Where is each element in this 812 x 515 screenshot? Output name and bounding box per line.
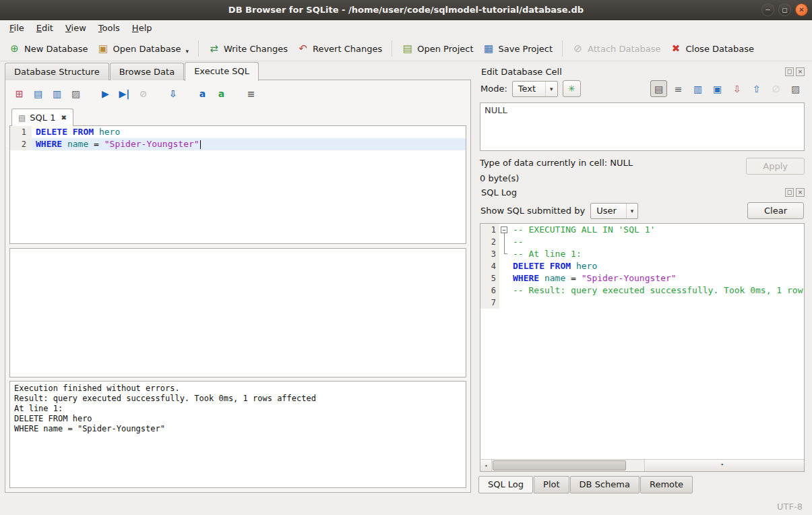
copy-cell-icon: ▣	[713, 84, 722, 94]
sql-log-dock-icons: ◻×	[785, 188, 805, 197]
sql-log-lines: 1−-- EXECUTING ALL IN 'SQL 1'2--3-- At l…	[480, 224, 804, 459]
code-line: 1DELETE FROM hero	[10, 126, 466, 138]
write-changes-button[interactable]: ⇄Write Changes	[204, 38, 292, 59]
new-tab-button[interactable]: ⊞	[11, 86, 28, 102]
dock-tab-sql-log[interactable]: SQL Log	[478, 476, 533, 493]
edit-cell-close-icon[interactable]: ×	[796, 67, 805, 76]
tab-database-structure[interactable]: Database Structure	[5, 63, 109, 80]
horizontal-scrollbar[interactable]	[480, 459, 804, 471]
dock-tab-plot[interactable]: Plot	[534, 476, 569, 493]
tab-browse-data[interactable]: Browse Data	[110, 63, 185, 80]
open-project-button[interactable]: ▤Open Project	[397, 38, 478, 59]
menu-tools[interactable]: Tools	[92, 20, 126, 36]
main-toolbar: ⊕New Database▣Open Database▾⇄Write Chang…	[0, 36, 812, 61]
clear-log-button[interactable]: Clear	[747, 202, 804, 219]
code-text	[509, 297, 804, 309]
export-cell-button[interactable]: ⇧	[748, 80, 765, 97]
execute-all-button[interactable]: ▶	[97, 86, 114, 102]
line-number: 7	[480, 297, 499, 309]
sql-file-icon: ▤	[18, 113, 26, 123]
sql-tab[interactable]: ▤ SQL 1 ✖	[11, 109, 73, 126]
edit-cell-float-icon[interactable]: ◻	[785, 67, 794, 76]
chevron-down-icon	[626, 204, 634, 218]
sql-tab-close-icon[interactable]: ✖	[61, 114, 66, 121]
fold-marker	[499, 272, 509, 284]
word-wrap-icon: ≡	[247, 88, 255, 99]
close-database-icon: ✖	[670, 42, 681, 55]
sql-tab-bar: ▤ SQL 1 ✖	[9, 104, 466, 125]
save-cell-button[interactable]: ▥	[689, 80, 706, 97]
find-button[interactable]: a	[194, 86, 211, 102]
dock-tab-db-schema[interactable]: DB Schema	[570, 476, 639, 493]
results-grid[interactable]	[9, 248, 466, 377]
fold-marker	[499, 284, 509, 297]
open-database-button[interactable]: ▣Open Database▾	[93, 38, 193, 59]
tab-execute-sql[interactable]: Execute SQL	[185, 62, 259, 81]
left-pane: Database StructureBrowse DataExecute SQL…	[0, 61, 476, 497]
dropdown-arrow-icon[interactable]: ▾	[185, 43, 189, 55]
message-line: Result: query executed successfully. Too…	[14, 394, 462, 404]
cell-edit-toolbar: ▤≡▥▣⇩⇧∅▨	[650, 80, 804, 97]
copy-cell-button[interactable]: ▣	[709, 80, 726, 97]
new-database-button[interactable]: ⊕New Database	[4, 38, 93, 59]
apply-format-button[interactable]: ✳	[563, 80, 581, 97]
save-sql-file-button[interactable]: ▥	[49, 86, 65, 102]
log-filter-combobox[interactable]: User	[590, 203, 638, 219]
menu-file[interactable]: File	[3, 20, 30, 36]
scroll-right-icon[interactable]	[644, 460, 805, 471]
word-wrap-cell-button[interactable]: ≡	[670, 80, 687, 97]
open-project-button-label: Open Project	[417, 44, 473, 54]
export-cell-icon: ⇧	[753, 84, 761, 94]
write-changes-icon: ⇄	[208, 42, 220, 55]
menu-help[interactable]: Help	[126, 20, 158, 36]
scrollbar-thumb[interactable]	[493, 460, 626, 471]
mode-combobox[interactable]: Text	[512, 81, 558, 97]
open-sql-file-button[interactable]: ▤	[30, 86, 46, 102]
revert-changes-button-label: Revert Changes	[313, 44, 382, 54]
line-number: 2	[10, 138, 32, 150]
message-line: WHERE name = "Spider-Youngster"	[14, 424, 462, 434]
sql-log-controls: Show SQL submitted by User Clear	[478, 200, 807, 219]
print-button[interactable]: ▨	[67, 86, 84, 102]
sql-log-title: SQL Log	[481, 187, 517, 198]
word-wrap-button[interactable]: ≡	[243, 86, 259, 102]
line-number: 5	[480, 272, 499, 284]
close-button[interactable]: ✕	[795, 3, 808, 16]
print-cell-button[interactable]: ▨	[787, 80, 804, 97]
code-text: DELETE FROM hero	[509, 260, 804, 272]
cell-value-editor[interactable]: NULL	[480, 102, 805, 151]
menu-view[interactable]: View	[59, 20, 92, 36]
close-database-button[interactable]: ✖Close Database	[665, 38, 759, 59]
scrollbar-track[interactable]	[492, 460, 644, 471]
scroll-left-icon[interactable]	[480, 460, 492, 471]
text-view-button[interactable]: ▤	[650, 80, 667, 97]
right-dock: Edit Database Cell ◻× Mode: Text ✳ ▤≡▥▣⇩…	[476, 61, 812, 497]
app-window: DB Browser for SQLite - /home/user/code/…	[0, 0, 812, 515]
code-line: 6-- Result: query executed successfully.…	[480, 284, 804, 297]
dock-tab-remote[interactable]: Remote	[640, 476, 693, 493]
revert-changes-button[interactable]: ↶Revert Changes	[292, 38, 387, 59]
sql-log-close-icon[interactable]: ×	[796, 188, 805, 197]
save-project-button-label: Save Project	[499, 44, 553, 54]
menu-edit[interactable]: Edit	[30, 20, 59, 36]
toolbar-separator	[562, 40, 563, 57]
export-results-button[interactable]: ⇩	[164, 86, 181, 102]
execute-line-button[interactable]: ▶|	[116, 86, 133, 102]
code-text: WHERE name = "Spider-Youngster"	[32, 138, 466, 150]
main-area: Database StructureBrowse DataExecute SQL…	[0, 61, 812, 497]
save-project-button[interactable]: ▦Save Project	[478, 38, 558, 59]
edit-cell-title: Edit Database Cell	[481, 67, 562, 77]
line-number: 1	[10, 126, 32, 138]
code-line: 1−-- EXECUTING ALL IN 'SQL 1'	[480, 224, 804, 236]
maximize-button[interactable]: ◻	[778, 3, 791, 16]
minimize-button[interactable]: −	[761, 3, 774, 16]
autocomplete-button[interactable]: a	[213, 86, 230, 102]
text-cursor	[200, 140, 201, 149]
sql-toolbar: ⊞▤▥▨▶▶|⊘⇩aa≡	[9, 83, 466, 104]
fold-marker	[499, 236, 509, 248]
sql-log-editor[interactable]: 1−-- EXECUTING ALL IN 'SQL 1'2--3-- At l…	[480, 223, 805, 472]
import-cell-button[interactable]: ⇩	[728, 80, 745, 97]
sql-log-float-icon[interactable]: ◻	[785, 188, 794, 197]
open-database-icon: ▣	[98, 42, 109, 55]
sql-editor[interactable]: 1DELETE FROM hero2WHERE name = "Spider-Y…	[9, 125, 466, 244]
